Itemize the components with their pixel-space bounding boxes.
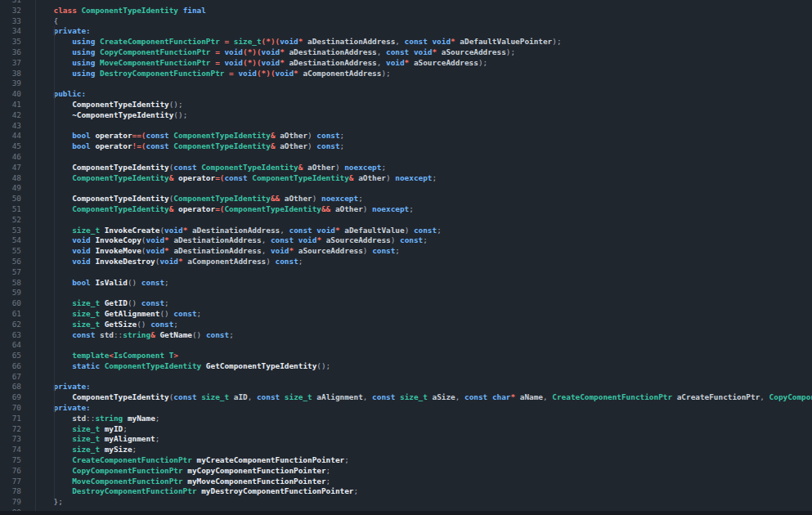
code-line[interactable]: 59 — [0, 288, 812, 298]
code-line[interactable]: 32 class ComponentTypeIdentity final — [0, 6, 812, 16]
line-number[interactable]: 79 — [0, 497, 21, 508]
line-number[interactable]: 42 — [0, 110, 21, 121]
line-number[interactable]: 49 — [0, 183, 21, 194]
line-number[interactable]: 71 — [0, 414, 21, 424]
code-line[interactable]: 78 DestroyComponentFunctionPtr myDestroy… — [0, 486, 812, 497]
code-line[interactable]: 47 ComponentTypeIdentity(const Component… — [0, 163, 812, 173]
line-number[interactable]: 50 — [0, 194, 21, 204]
code-line[interactable]: 73 size_t myAlignment; — [0, 434, 812, 445]
code-line[interactable]: 74 size_t mySize; — [0, 445, 812, 455]
line-number[interactable]: 76 — [0, 466, 21, 477]
line-number[interactable]: 61 — [0, 309, 21, 320]
line-number[interactable]: 39 — [0, 78, 21, 89]
line-number[interactable]: 68 — [0, 382, 21, 392]
code-line[interactable]: 61 size_t GetAlignment() const; — [0, 309, 812, 320]
line-number[interactable]: 55 — [0, 246, 21, 257]
line-number[interactable]: 69 — [0, 392, 21, 403]
code-line[interactable]: 62 size_t GetSize() const; — [0, 320, 812, 330]
line-number[interactable]: 72 — [0, 424, 21, 435]
line-number[interactable]: 34 — [0, 26, 21, 37]
code-line[interactable]: 67 — [0, 372, 812, 383]
line-number[interactable]: 77 — [0, 477, 21, 487]
code-line[interactable]: 57 — [0, 267, 812, 278]
code-line[interactable]: 34 private: — [0, 26, 812, 37]
code-line[interactable]: 76 CopyComponentFunctionPtr myCopyCompon… — [0, 466, 812, 477]
line-number[interactable]: 63 — [0, 330, 21, 341]
line-number[interactable]: 38 — [0, 69, 21, 79]
line-number[interactable]: 73 — [0, 434, 21, 445]
code-line[interactable]: 68 private: — [0, 382, 812, 392]
code-line[interactable]: 70 private: — [0, 403, 812, 414]
line-number[interactable]: 56 — [0, 257, 21, 267]
line-number[interactable]: 45 — [0, 141, 21, 152]
code-line[interactable]: 43 — [0, 121, 812, 132]
line-number[interactable]: 53 — [0, 226, 21, 236]
code-line[interactable]: 41 ComponentTypeIdentity(); — [0, 100, 812, 110]
code-line[interactable]: 55 void InvokeMove(void* aDestinationAdd… — [0, 246, 812, 257]
code-line[interactable]: 52 — [0, 215, 812, 226]
code-line[interactable]: 51 ComponentTypeIdentity& operator=(Comp… — [0, 204, 812, 215]
code-line[interactable]: 77 MoveComponentFunctionPtr myMoveCompon… — [0, 477, 812, 487]
line-number[interactable]: 44 — [0, 131, 21, 141]
line-number[interactable]: 40 — [0, 89, 21, 100]
code-line[interactable]: 38 using DestroyComponentFunctionPtr = v… — [0, 69, 812, 79]
line-number[interactable]: 75 — [0, 455, 21, 466]
code-line[interactable]: 72 size_t myID; — [0, 424, 812, 435]
line-number[interactable]: 57 — [0, 267, 21, 278]
line-number[interactable]: 70 — [0, 403, 21, 414]
line-number[interactable]: 59 — [0, 288, 21, 298]
line-number[interactable]: 33 — [0, 16, 21, 27]
code-line[interactable]: 56 void InvokeDestroy(void* aComponentAd… — [0, 257, 812, 267]
code-line[interactable]: 75 CreateComponentFunctionPtr myCreateCo… — [0, 455, 812, 466]
line-number[interactable]: 51 — [0, 204, 21, 215]
line-number[interactable]: 41 — [0, 100, 21, 110]
line-number[interactable]: 62 — [0, 320, 21, 330]
line-number[interactable]: 43 — [0, 121, 21, 132]
line-number[interactable]: 54 — [0, 235, 21, 246]
code-line[interactable]: 64 — [0, 340, 812, 351]
code-line[interactable]: 50 ComponentTypeIdentity(ComponentTypeId… — [0, 194, 812, 204]
line-number[interactable]: 35 — [0, 37, 21, 47]
code-line[interactable]: 36 using CopyComponentFunctionPtr = void… — [0, 47, 812, 58]
line-number[interactable]: 64 — [0, 340, 21, 351]
code-line[interactable]: 44 bool operator==(const ComponentTypeId… — [0, 131, 812, 141]
line-number[interactable]: 32 — [0, 6, 21, 16]
code-line[interactable]: 58 bool IsValid() const; — [0, 278, 812, 289]
line-number[interactable]: 58 — [0, 278, 21, 289]
code-line[interactable]: 33 { — [0, 16, 812, 27]
code-line[interactable]: 69 ComponentTypeIdentity(const size_t aI… — [0, 392, 812, 403]
line-number[interactable]: 31 — [0, 0, 21, 6]
code-line[interactable]: 65 template<IsComponent T> — [0, 351, 812, 361]
code-line[interactable]: 63 const std::string& GetName() const; — [0, 330, 812, 341]
code-line[interactable]: 48 ComponentTypeIdentity& operator=(cons… — [0, 173, 812, 184]
code-line[interactable]: 37 using MoveComponentFunctionPtr = void… — [0, 58, 812, 69]
line-number[interactable]: 48 — [0, 173, 21, 184]
code-line[interactable]: 35 using CreateComponentFunctionPtr = si… — [0, 37, 812, 47]
line-number[interactable]: 65 — [0, 351, 21, 361]
code-line[interactable]: 42 ~ComponentTypeIdentity(); — [0, 110, 812, 121]
line-number[interactable]: 36 — [0, 47, 21, 58]
line-number[interactable]: 74 — [0, 445, 21, 455]
code-line[interactable]: 60 size_t GetID() const; — [0, 298, 812, 309]
code-line[interactable]: 31 — [0, 0, 812, 6]
line-number[interactable]: 60 — [0, 298, 21, 309]
code-line[interactable]: 79 }; — [0, 497, 812, 508]
code-editor[interactable]: 3132 class ComponentTypeIdentity final33… — [0, 0, 812, 515]
line-number[interactable]: 52 — [0, 215, 21, 226]
code-line[interactable]: 46 — [0, 152, 812, 163]
code-line[interactable]: 40 public: — [0, 89, 812, 100]
code-line[interactable]: 53 size_t InvokeCreate(void* aDestinatio… — [0, 226, 812, 236]
line-number[interactable]: 66 — [0, 361, 21, 372]
code-line[interactable]: 71 std::string myName; — [0, 414, 812, 424]
line-number[interactable]: 37 — [0, 58, 21, 69]
code-line[interactable]: 49 — [0, 183, 812, 194]
line-number[interactable]: 47 — [0, 163, 21, 173]
code-line[interactable]: 39 — [0, 78, 812, 89]
line-number[interactable]: 46 — [0, 152, 21, 163]
horizontal-scrollbar[interactable] — [0, 511, 812, 515]
line-number[interactable]: 67 — [0, 372, 21, 383]
code-line[interactable]: 66 static ComponentTypeIdentity GetCompo… — [0, 361, 812, 372]
code-line[interactable]: 54 void InvokeCopy(void* aDestinationAdd… — [0, 235, 812, 246]
line-number[interactable]: 78 — [0, 486, 21, 497]
code-lines[interactable]: 3132 class ComponentTypeIdentity final33… — [0, 0, 812, 515]
